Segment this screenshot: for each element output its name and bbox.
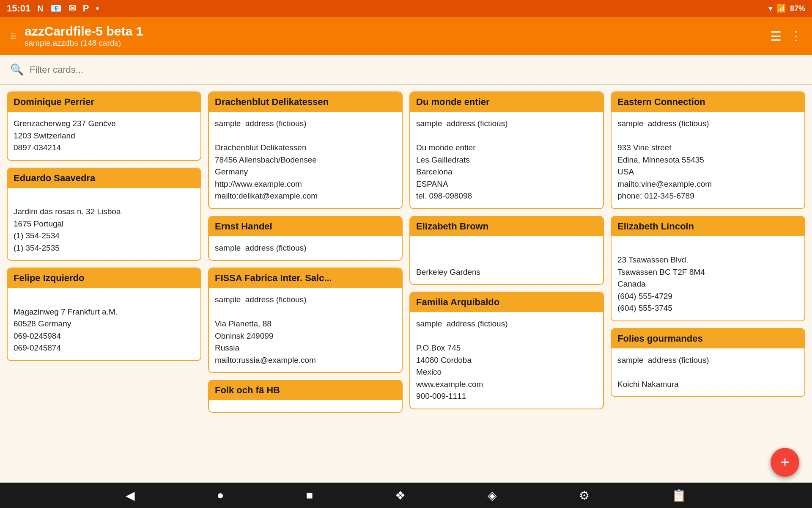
- card-body: sample address (fictious)933 Vine street…: [612, 112, 804, 208]
- card-header: Eduardo Saavedra: [8, 168, 200, 188]
- card-body: sample address (fictious)Via Pianetta, 8…: [209, 288, 402, 372]
- file-icon[interactable]: 📋: [659, 484, 699, 507]
- dropbox-icon[interactable]: ❖: [382, 484, 418, 507]
- notification-icon: 📧: [50, 3, 62, 14]
- card-header: Folies gourmandes: [612, 329, 804, 348]
- nav-bar: ◀ ● ■ ❖ ◈ ⚙ 📋: [0, 483, 812, 508]
- search-input[interactable]: [30, 64, 802, 75]
- card-body: sample address (fictious): [209, 236, 402, 260]
- card-du-monde-entier[interactable]: Du monde entier sample address (fictious…: [409, 91, 604, 209]
- card-ernst-handel[interactable]: Ernst Handel sample address (fictious): [208, 216, 403, 261]
- action-icons: ☰ ⋮: [770, 29, 802, 44]
- time: 15:01: [7, 3, 30, 14]
- card-eastern-connection[interactable]: Eastern Connection sample address (ficti…: [611, 91, 805, 209]
- card-header: Eastern Connection: [612, 92, 804, 112]
- card-drachenblut-delikatessen[interactable]: Drachenblut Delikatessen sample address …: [208, 91, 403, 209]
- app-title: azzCardfile-5 beta 1: [25, 24, 762, 39]
- card-header: FISSA Fabrica Inter. Salc...: [209, 268, 402, 288]
- back-button[interactable]: ◀: [113, 484, 148, 507]
- card-header: Folk och fä HB: [209, 381, 402, 400]
- card-header: Familia Arquibaldo: [410, 293, 603, 312]
- settings-icon[interactable]: ⚙: [566, 484, 602, 507]
- column-2: Du monde entier sample address (fictious…: [409, 91, 604, 476]
- card-header: Elizabeth Brown: [410, 217, 603, 236]
- list-view-icon[interactable]: ☰: [770, 29, 782, 44]
- card-body: sample address (fictious)Du monde entier…: [410, 112, 603, 208]
- card-eduardo-saavedra[interactable]: Eduardo Saavedra Jardim das rosas n. 32 …: [7, 168, 201, 261]
- cards-grid: Dominique Perrier Grenzacherweg 237 Genč…: [0, 85, 812, 483]
- signal-icon: 📶: [776, 4, 786, 13]
- status-bar: 15:01 N 📧 ✉ P • ▾ 📶 87%: [0, 0, 812, 17]
- menu-icon[interactable]: ☰: [10, 32, 16, 40]
- card-header: Elizabeth Lincoln: [612, 217, 804, 236]
- app-subtitle: sample.azzdbs (148 cards): [25, 39, 762, 48]
- app-bar: ☰ azzCardfile-5 beta 1 sample.azzdbs (14…: [0, 17, 812, 55]
- column-3: Eastern Connection sample address (ficti…: [611, 91, 805, 476]
- card-familia-arquibaldo[interactable]: Familia Arquibaldo sample address (ficti…: [409, 292, 604, 409]
- card-folk-och-fa[interactable]: Folk och fä HB: [208, 380, 403, 413]
- recents-button[interactable]: ■: [294, 484, 326, 506]
- netflix-icon: N: [37, 4, 43, 14]
- fab-add-button[interactable]: +: [771, 448, 799, 477]
- card-fissa-fabrica[interactable]: FISSA Fabrica Inter. Salc... sample addr…: [208, 268, 403, 373]
- card-dominique-perrier[interactable]: Dominique Perrier Grenzacherweg 237 Genč…: [7, 91, 201, 161]
- card-body: Magazinweg 7 Frankfurt a.M.60528 Germany…: [8, 288, 200, 360]
- home-button[interactable]: ●: [204, 484, 237, 506]
- card-body: [209, 400, 402, 412]
- app-icon: P: [83, 3, 89, 14]
- wifi-icon: ▾: [768, 4, 772, 13]
- search-bar: 🔍: [0, 55, 812, 85]
- column-0: Dominique Perrier Grenzacherweg 237 Genč…: [7, 91, 201, 476]
- card-header: Felipe Izquierdo: [8, 268, 200, 288]
- dot-icon: •: [96, 3, 99, 14]
- column-1: Drachenblut Delikatessen sample address …: [208, 91, 403, 476]
- search-icon: 🔍: [10, 63, 24, 76]
- card-elizabeth-brown[interactable]: Elizabeth Brown Berkeley Gardens: [409, 216, 604, 285]
- card-header: Dominique Perrier: [8, 92, 200, 112]
- google-icon[interactable]: ◈: [475, 484, 510, 507]
- card-body: Berkeley Gardens: [410, 236, 603, 284]
- more-options-icon[interactable]: ⋮: [790, 29, 802, 44]
- card-header: Ernst Handel: [209, 217, 402, 236]
- card-body: Grenzacherweg 237 Genčve1203 Switzerland…: [8, 112, 200, 160]
- card-felipe-izquierdo[interactable]: Felipe Izquierdo Magazinweg 7 Frankfurt …: [7, 268, 201, 361]
- card-body: Jardim das rosas n. 32 Lisboa1675 Portug…: [8, 188, 200, 260]
- card-elizabeth-lincoln[interactable]: Elizabeth Lincoln 23 Tsawassen Blvd.Tsaw…: [611, 216, 805, 321]
- card-body: sample address (fictious)P.O.Box 7451408…: [410, 312, 603, 409]
- card-body: sample address (fictious)Drachenblut Del…: [209, 112, 402, 208]
- card-body: sample address (fictious)Koichi Nakamura: [612, 348, 804, 397]
- card-body: 23 Tsawassen Blvd.Tsawassen BC T2F 8M4Ca…: [612, 236, 804, 320]
- battery-icon: 87%: [790, 4, 805, 13]
- card-header: Drachenblut Delikatessen: [209, 92, 402, 112]
- card-header: Du monde entier: [410, 92, 603, 112]
- title-group: azzCardfile-5 beta 1 sample.azzdbs (148 …: [25, 24, 762, 48]
- card-folies-gourmandes[interactable]: Folies gourmandes sample address (fictio…: [611, 328, 805, 398]
- mail-icon: ✉: [69, 3, 76, 14]
